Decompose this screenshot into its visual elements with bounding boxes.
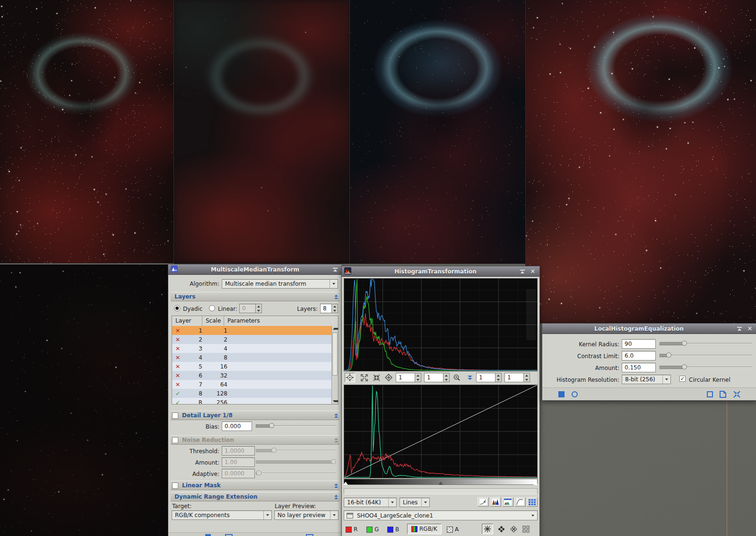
image-window-1[interactable] [0,0,175,264]
grid-toggle-button[interactable] [527,497,538,507]
clip-count-button[interactable] [496,524,506,534]
zoom-shrink-icon[interactable] [371,373,382,382]
amount-slider[interactable] [660,364,752,370]
input-histogram-plot[interactable] [344,278,538,371]
channel-blue-button[interactable]: B [387,524,399,535]
image-window-5[interactable] [0,264,174,536]
documentation-icon[interactable] [720,391,726,399]
threshold-input[interactable]: 1.0000 [222,446,255,456]
output-shadows-spin[interactable]: 1 [476,373,502,382]
shade-icon[interactable] [331,266,339,273]
channel-green-button[interactable]: G [366,524,379,535]
spin-arrows-icon[interactable] [332,304,338,313]
shade-icon[interactable] [736,325,743,332]
slider-thumb[interactable] [682,364,687,369]
dyadic-radio[interactable] [174,305,180,311]
horizontal-zoom-spin[interactable]: 1 [396,373,421,382]
scroll-down-icon[interactable] [333,400,339,402]
table-row[interactable]: ✕48 [172,353,332,362]
overlay-buttons[interactable] [526,289,536,340]
plot-style-select[interactable]: Lines [400,498,430,507]
section-linear-mask[interactable]: Linear Mask [171,481,339,490]
transfer-curve-button[interactable] [514,497,526,507]
layers-count-spin[interactable]: 8 [320,304,338,313]
output-highlights-spin[interactable]: 1 [504,373,530,382]
adaptive-input[interactable]: 0.0000 [222,469,255,478]
spin-arrows-icon[interactable] [256,304,262,313]
target-view-selector[interactable]: SHOO4_LargeScale_clone1 [344,510,538,520]
spin-arrows-icon[interactable] [524,373,530,382]
spin-arrows-icon[interactable] [443,373,450,382]
image-window-4[interactable] [526,0,756,323]
table-row[interactable]: ✓8128 [172,389,332,398]
table-row[interactable]: ✕764 [172,380,332,389]
auto-stretch-button[interactable] [482,524,493,534]
close-icon[interactable]: ✕ [529,268,537,275]
collapse-icon[interactable] [334,495,338,499]
adaptive-slider[interactable] [256,470,336,476]
collapse-icon[interactable] [334,483,338,488]
shadows-marker[interactable] [343,482,348,485]
noise-reduction-checkbox[interactable] [172,437,178,443]
zoom-fit-icon[interactable] [359,373,369,382]
kernel-radius-slider[interactable] [660,341,752,346]
new-instance-icon[interactable] [558,391,565,397]
linear-mask-checkbox[interactable] [172,483,178,489]
chevron-down-icon[interactable] [529,511,537,520]
image-window-2[interactable] [174,0,351,264]
nr-amount-slider[interactable] [256,459,336,465]
spin-arrows-icon[interactable] [415,373,421,382]
apply-icon[interactable] [225,534,233,536]
highlights-marker[interactable] [533,482,538,485]
scrollbar-thumb[interactable] [332,333,338,376]
image-window-3[interactable] [350,0,527,264]
collapse-icon[interactable] [334,438,338,442]
amount-input[interactable]: 0.150 [622,363,656,372]
linear-spin[interactable]: 0 [239,304,262,313]
slider-thumb[interactable] [269,423,274,428]
channel-rgbk-button[interactable]: RGB/K [407,524,442,534]
combined-histogram-button[interactable] [502,497,513,507]
collapse-icon[interactable] [334,295,338,299]
shade-icon[interactable] [519,268,526,275]
detail-layer-checkbox[interactable] [172,413,178,419]
table-row[interactable]: ✓R256 [172,398,332,404]
close-icon[interactable]: ✕ [746,325,754,332]
track-view-icon[interactable] [572,391,578,397]
table-row[interactable]: ✕22 [172,335,332,344]
new-instance-icon[interactable] [205,534,211,536]
shadows-midtones-slider[interactable] [344,479,538,485]
contrast-limit-slider[interactable] [660,352,752,358]
vertical-zoom-spin[interactable]: 1 [424,373,450,382]
pan-mode-icon[interactable] [383,373,394,382]
ht-title-bar[interactable]: HistogramTransformation ✕ [342,266,539,277]
linear-radio[interactable] [209,305,215,311]
section-dre[interactable]: Dynamic Range Extension [171,492,339,501]
reset-zoom-button[interactable] [478,497,489,507]
table-row[interactable]: ✕516 [172,362,332,371]
bias-input[interactable]: 0.000 [222,422,252,431]
section-detail-layer[interactable]: Detail Layer 1/8 [171,411,339,420]
histogram-resolution-select[interactable]: 8-bit (256) [622,375,671,384]
slider-thumb[interactable] [666,352,671,358]
nr-amount-input[interactable]: 1.00 [222,457,255,467]
scroll-up-icon[interactable] [333,328,339,330]
zoom-lens-icon[interactable] [452,373,462,382]
table-row[interactable]: ✕632 [172,371,332,380]
browse-doc-icon[interactable] [306,534,313,536]
lock-output-button[interactable] [521,524,531,534]
transfer-histogram-plot[interactable] [344,385,538,478]
readout-mode-button[interactable] [345,373,355,382]
spin-arrows-icon[interactable] [495,373,502,382]
shrink-arrows-icon[interactable] [733,391,740,399]
resolution-select[interactable]: 16-bit (64K) [344,498,397,507]
algorithm-select[interactable]: Multiscale median transform [222,279,338,289]
slider-thumb[interactable] [682,341,687,346]
rgb-histograms-button[interactable] [490,497,501,507]
mmt-title-bar[interactable]: MultiscaleMedianTransform [168,264,342,275]
threshold-slider[interactable] [256,448,336,453]
kernel-radius-input[interactable]: 90 [622,339,656,349]
table-scrollbar[interactable] [331,326,338,404]
channel-red-button[interactable]: R [346,524,357,535]
section-noise-reduction[interactable]: Noise Reduction [171,435,339,445]
